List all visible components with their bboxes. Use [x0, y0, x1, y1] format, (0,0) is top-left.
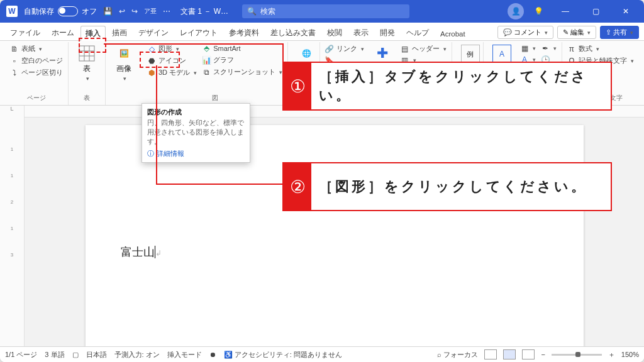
blank-page-icon: ▫ [10, 57, 19, 65]
zoom-out-button[interactable]: − [541, 351, 545, 358]
help-lightbulb-icon[interactable]: 💡 [530, 7, 547, 16]
header-icon: ▤ [401, 45, 409, 53]
textbox-icon: A [492, 45, 511, 63]
status-accessibility[interactable]: ♿ アクセシビリティ: 問題ありません [224, 350, 342, 359]
document-body-text[interactable]: 富士山↲ [121, 244, 548, 260]
tooltip-shapes: 図形の作成 円、四角形、矢印など、標準で用意されている図形を挿入します。 ⓘ詳細… [142, 103, 250, 163]
screenshot-icon: ⧉ [202, 68, 211, 77]
status-predict[interactable]: 予測入力: オン [114, 350, 160, 359]
globe-icon: 🌐 [297, 45, 315, 62]
status-language[interactable]: 日本語 [86, 350, 107, 359]
zoom-level[interactable]: 150% [621, 351, 639, 358]
tab-insert[interactable]: 挿入 [80, 26, 106, 41]
close-button[interactable]: ✕ [614, 0, 638, 23]
ribbon-tabs: ファイル ホーム 挿入 描画 デザイン レイアウト 参考資料 差し込み文書 校閲… [0, 23, 644, 41]
search-icon: 🔍 [247, 7, 257, 16]
quickparts-button[interactable]: ▦ [519, 43, 537, 53]
chart-button[interactable]: 📊グラフ [201, 55, 284, 65]
search-placeholder: 検索 [260, 6, 275, 17]
document-title: 文書 1 － W… [180, 6, 228, 17]
autosave-state: オフ [82, 6, 97, 17]
editing-mode-button[interactable]: ✎編集 [557, 26, 596, 39]
search-input[interactable]: 🔍 検索 [242, 4, 409, 18]
shapes-button[interactable]: ◇図形 [146, 43, 198, 54]
word-app-icon: W [6, 6, 18, 17]
status-page[interactable]: 1/1 ページ [5, 350, 37, 359]
tab-home[interactable]: ホーム [47, 25, 79, 40]
comment-button[interactable]: ✚ [368, 43, 397, 63]
status-bar: 1/1 ページ 3 単語 ▢ 日本語 予測入力: オン 挿入モード ⏺ ♿ アク… [0, 346, 644, 362]
smartart-icon: ⬘ [202, 44, 211, 53]
table-label: 表 [83, 63, 91, 74]
annotation-text: ［挿入］タブをクリックしてください。 [311, 63, 611, 109]
tab-review[interactable]: 校閲 [322, 25, 347, 40]
blank-page-button[interactable]: ▫空白のページ [9, 55, 64, 66]
zoom-in-button[interactable]: ＋ [608, 350, 615, 359]
tab-file[interactable]: ファイル [5, 25, 45, 40]
font-indicator[interactable]: ア亜 [144, 7, 157, 16]
tab-developer[interactable]: 開発 [375, 25, 400, 40]
3d-models-button[interactable]: ⬢3D モデル [146, 67, 198, 78]
group-illustrations: ◇図形 ⬣アイコン ⬢3D モデル ⬘SmartArt 📊グラフ ⧉スクリーンシ… [142, 42, 288, 105]
paragraph-mark-icon: ↲ [155, 249, 162, 258]
annotation-step-1: ① ［挿入］タブをクリックしてください。 [282, 62, 612, 111]
maximize-button[interactable]: ▢ [584, 0, 608, 23]
account-avatar[interactable]: 👤 [508, 3, 524, 19]
cover-page-icon: 🗎 [10, 45, 19, 53]
tab-references[interactable]: 参考資料 [224, 25, 264, 40]
signature-button[interactable]: ✒ [540, 43, 558, 53]
autosave-toggle[interactable]: 自動保存 オフ [24, 6, 97, 17]
tooltip-body: 円、四角形、矢印など、標準で用意されている図形を挿入します。 [147, 118, 245, 146]
proofing-icon[interactable]: ▢ [72, 351, 79, 359]
minimize-button[interactable]: — [553, 0, 577, 23]
macro-icon[interactable]: ⏺ [209, 351, 216, 358]
group-pages: 🗎表紙 ▫空白のページ ⤵ページ区切り ページ [5, 42, 69, 105]
tab-draw[interactable]: 描画 [107, 25, 132, 40]
view-read-button[interactable] [484, 349, 497, 359]
save-icon[interactable]: 💾 [103, 7, 113, 16]
redo-icon[interactable]: ↪ [131, 7, 138, 16]
status-wordcount[interactable]: 3 単語 [45, 350, 64, 359]
tooltip-more-info[interactable]: ⓘ詳細情報 [147, 149, 245, 158]
tooltip-title: 図形の作成 [147, 107, 245, 117]
header-button[interactable]: ▤ヘッダー [399, 43, 448, 54]
share-button[interactable]: ⇪共有 [600, 26, 639, 39]
group-image: 🖼️ 画像 [106, 42, 142, 105]
insert-table-button[interactable]: 表 [72, 43, 101, 83]
page-scroll[interactable]: 富士山↲ [25, 118, 644, 346]
online-video-button[interactable]: 🌐 [292, 43, 321, 63]
autosave-label: 自動保存 [24, 6, 54, 17]
zoom-slider[interactable] [552, 354, 602, 356]
undo-icon[interactable]: ↩ [119, 7, 125, 16]
equation-button[interactable]: π数式 [566, 43, 635, 54]
tab-acrobat[interactable]: Acrobat [435, 27, 470, 40]
cover-page-button[interactable]: 🗎表紙 [9, 43, 64, 54]
svg-rect-0 [79, 46, 94, 61]
ruler-vertical[interactable]: 11213 [0, 118, 25, 346]
tab-layout[interactable]: レイアウト [175, 25, 223, 40]
view-print-button[interactable] [503, 349, 516, 359]
help-icon: ⓘ [147, 149, 154, 158]
icons-button[interactable]: ⬣アイコン [146, 55, 198, 66]
qat-customize-icon[interactable]: ⋯ [163, 7, 170, 16]
tab-help[interactable]: ヘルプ [401, 25, 434, 40]
comment-icon: ✚ [374, 45, 391, 62]
screenshot-button[interactable]: ⧉スクリーンショット [201, 67, 284, 77]
focus-mode-button[interactable]: ⌕ フォーカス [437, 350, 478, 359]
signature-icon: ✒ [541, 44, 550, 53]
page-break-button[interactable]: ⤵ページ区切り [9, 67, 64, 78]
tab-view[interactable]: 表示 [348, 25, 374, 40]
smartart-button[interactable]: ⬘SmartArt [201, 43, 284, 53]
tab-design[interactable]: デザイン [133, 25, 174, 40]
insert-picture-button[interactable]: 🖼️ 画像 [109, 43, 138, 83]
comments-button[interactable]: 💬コメント [497, 26, 553, 39]
link-icon: 🔗 [325, 45, 334, 53]
annotation-text: ［図形］をクリックしてください。 [311, 163, 611, 210]
status-insertmode[interactable]: 挿入モード [167, 350, 202, 359]
equation-icon: π [567, 45, 576, 53]
cube-icon: ⬢ [147, 69, 156, 77]
link-button[interactable]: 🔗リンク [324, 43, 365, 54]
tab-mailmerge[interactable]: 差し込み文書 [265, 25, 321, 40]
view-web-button[interactable] [522, 349, 535, 359]
group-label: ページ [9, 92, 64, 104]
